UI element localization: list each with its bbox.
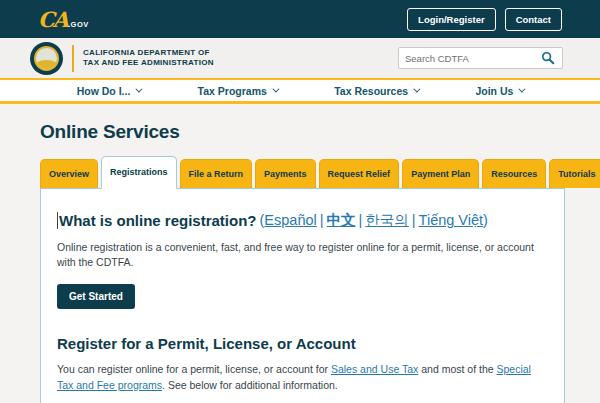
sales-and-use-tax-link[interactable]: Sales and Use Tax (331, 363, 418, 375)
tab-payments[interactable]: Payments (255, 159, 316, 188)
nav-item-label: How Do I... (77, 85, 131, 97)
topbar-buttons: Login/Register Contact (407, 8, 562, 31)
chevron-down-icon (413, 86, 420, 93)
tab-registrations[interactable]: Registrations (101, 156, 177, 189)
cdtfa-seal-landscape (34, 46, 59, 71)
registrations-tab-panel: What is online registration? (Español|中文… (40, 188, 565, 403)
chevron-down-icon (519, 86, 526, 93)
nav-item-label: Tax Programs (198, 85, 267, 97)
register-paragraph-part2: and most of the (418, 363, 496, 375)
language-link-espanol[interactable]: Español (264, 212, 316, 228)
login-register-button[interactable]: Login/Register (407, 8, 496, 31)
search-input[interactable] (399, 53, 539, 64)
text-cursor (57, 212, 58, 229)
tab-resources[interactable]: Resources (482, 159, 546, 188)
ca-gov-logo-ca: CA (38, 9, 67, 30)
language-separator: | (320, 212, 324, 228)
register-paragraph-part3: . See below for additional information. (162, 379, 338, 391)
department-name: CALIFORNIA DEPARTMENT OF TAX AND FEE ADM… (83, 48, 214, 68)
nav-item-how-do-i[interactable]: How Do I... (77, 85, 141, 97)
chevron-down-icon (136, 86, 143, 93)
nav-item-join-us[interactable]: Join Us (475, 85, 523, 97)
department-brand[interactable]: CALIFORNIA DEPARTMENT OF TAX AND FEE ADM… (30, 42, 214, 75)
registration-heading: What is online registration? (Español|中文… (57, 211, 548, 230)
page-title: Online Services (40, 121, 565, 143)
department-name-line1: CALIFORNIA DEPARTMENT OF (83, 48, 214, 58)
tab-overview[interactable]: Overview (40, 159, 98, 188)
language-link-korean[interactable]: 한국의 (365, 212, 409, 228)
registration-heading-text: What is online registration? (59, 212, 257, 229)
intro-paragraph: Online registration is a convenient, fas… (57, 240, 548, 270)
tab-bar: Overview Registrations File a Return Pay… (40, 156, 565, 188)
tab-file-a-return[interactable]: File a Return (180, 159, 253, 188)
nav-item-label: Join Us (475, 85, 513, 97)
branding-header: CALIFORNIA DEPARTMENT OF TAX AND FEE ADM… (0, 38, 600, 78)
language-links: (Español|中文|한국의|Tiếng Việt) (260, 211, 488, 230)
get-started-button[interactable]: Get Started (57, 284, 135, 309)
ca-gov-logo-gov: .GOV (68, 20, 89, 29)
department-name-line2: TAX AND FEE ADMINISTRATION (83, 58, 214, 68)
site-search (398, 47, 563, 69)
language-separator: | (359, 212, 363, 228)
gold-divider (72, 45, 74, 72)
register-paragraph-part1: You can register online for a permit, li… (57, 363, 331, 375)
tab-payment-plan[interactable]: Payment Plan (402, 159, 479, 188)
chevron-down-icon (272, 86, 279, 93)
nav-item-tax-programs[interactable]: Tax Programs (198, 85, 277, 97)
language-link-vietnamese[interactable]: Tiếng Việt (419, 212, 484, 228)
page-content: Online Services Overview Registrations F… (0, 121, 600, 403)
top-utility-bar: CA .GOV Login/Register Contact (0, 0, 600, 38)
main-navigation: How Do I... Tax Programs Tax Resources J… (0, 78, 600, 104)
ca-gov-logo[interactable]: CA .GOV (38, 9, 89, 30)
close-paren: ) (483, 212, 488, 228)
cdtfa-seal-icon (30, 42, 63, 75)
search-button[interactable] (539, 51, 562, 65)
search-icon (541, 51, 555, 65)
nav-item-label: Tax Resources (334, 85, 408, 97)
tab-tutorials[interactable]: Tutorials (549, 159, 600, 188)
register-section-heading: Register for a Permit, License, or Accou… (57, 335, 548, 352)
tab-request-relief[interactable]: Request Relief (319, 159, 400, 188)
nav-item-tax-resources[interactable]: Tax Resources (334, 85, 418, 97)
language-link-chinese[interactable]: 中文 (327, 212, 356, 228)
language-separator: | (412, 212, 416, 228)
cdtfa-seal-hill (34, 60, 59, 71)
contact-button[interactable]: Contact (505, 8, 562, 31)
register-paragraph: You can register online for a permit, li… (57, 362, 548, 392)
